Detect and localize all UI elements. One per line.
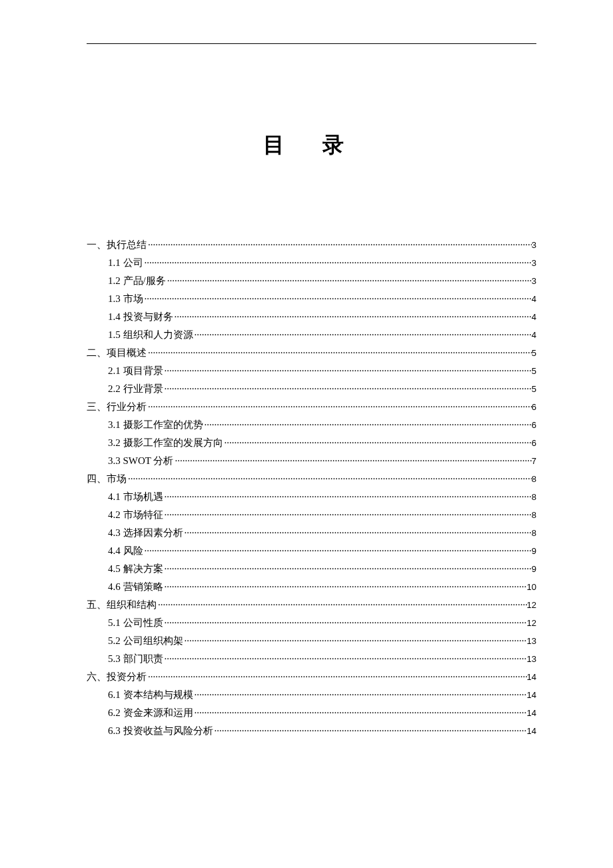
toc-leader-dots xyxy=(143,291,532,307)
toc-entry: 2.2 行业背景5 xyxy=(87,381,536,397)
toc-entry: 2.1 项目背景5 xyxy=(87,363,536,379)
toc-leader-dots xyxy=(183,525,532,541)
page-title: 目 录 xyxy=(87,131,536,160)
toc-leader-dots xyxy=(163,651,527,667)
toc-label: 3.2 摄影工作室的发展方向 xyxy=(108,435,223,451)
toc-label: 5.3 部门职责 xyxy=(108,651,163,667)
toc-leader-dots xyxy=(147,399,532,415)
toc-label: 2.2 行业背景 xyxy=(108,381,163,397)
toc-label: 4.4 风险 xyxy=(108,543,143,559)
toc-label: 6.2 资金来源和运用 xyxy=(108,705,193,721)
toc-entry: 4.5 解决方案9 xyxy=(87,561,536,577)
toc-entry: 1.3 市场4 xyxy=(87,291,536,307)
toc-page-number: 9 xyxy=(532,545,536,559)
toc-page-number: 7 xyxy=(532,455,536,469)
toc-entry: 六、投资分析14 xyxy=(87,669,536,685)
toc-entry: 1.1 公司3 xyxy=(87,255,536,271)
toc-label: 1.1 公司 xyxy=(108,255,143,271)
toc-entry: 一、执行总结3 xyxy=(87,237,536,253)
toc-entry: 6.2 资金来源和运用14 xyxy=(87,705,536,721)
toc-label: 1.3 市场 xyxy=(108,291,143,307)
toc-leader-dots xyxy=(147,669,527,685)
toc-leader-dots xyxy=(163,489,532,505)
toc-leader-dots xyxy=(163,507,532,523)
toc-label: 4.5 解决方案 xyxy=(108,561,163,577)
toc-entry: 5.1 公司性质12 xyxy=(87,615,536,631)
toc-page-number: 14 xyxy=(527,725,536,739)
toc-page-number: 4 xyxy=(532,329,536,343)
toc-entry: 4.1 市场机遇8 xyxy=(87,489,536,505)
toc-page-number: 10 xyxy=(527,581,536,595)
header-rule xyxy=(87,43,536,44)
toc-label: 3.1 摄影工作室的优势 xyxy=(108,417,203,433)
toc-label: 一、执行总结 xyxy=(87,237,147,253)
toc-label: 二、项目概述 xyxy=(87,345,147,361)
toc-label: 5.2 公司组织构架 xyxy=(108,633,183,649)
toc-page-number: 14 xyxy=(527,671,536,685)
toc-label: 1.2 产品/服务 xyxy=(108,273,166,289)
toc-page-number: 8 xyxy=(532,473,536,487)
toc-entry: 五、组织和结构12 xyxy=(87,597,536,613)
toc-leader-dots xyxy=(163,363,532,379)
toc-page-number: 3 xyxy=(532,239,536,253)
table-of-contents: 一、执行总结31.1 公司31.2 产品/服务31.3 市场41.4 投资与财务… xyxy=(87,237,536,739)
toc-entry: 4.3 选择因素分析8 xyxy=(87,525,536,541)
toc-entry: 3.1 摄影工作室的优势6 xyxy=(87,417,536,433)
toc-label: 1.4 投资与财务 xyxy=(108,309,173,325)
toc-label: 五、组织和结构 xyxy=(87,597,157,613)
toc-page-number: 8 xyxy=(532,491,536,505)
toc-label: 5.1 公司性质 xyxy=(108,615,163,631)
toc-leader-dots xyxy=(163,381,532,397)
toc-page-number: 3 xyxy=(532,257,536,271)
toc-entry: 1.5 组织和人力资源4 xyxy=(87,327,536,343)
toc-page-number: 6 xyxy=(532,437,536,451)
toc-leader-dots xyxy=(143,255,532,271)
toc-entry: 1.2 产品/服务3 xyxy=(87,273,536,289)
toc-leader-dots xyxy=(193,327,532,343)
toc-page-number: 4 xyxy=(532,311,536,325)
toc-page-number: 5 xyxy=(532,383,536,397)
toc-entry: 4.4 风险9 xyxy=(87,543,536,559)
toc-entry: 5.2 公司组织构架13 xyxy=(87,633,536,649)
toc-leader-dots xyxy=(213,723,527,739)
toc-page-number: 6 xyxy=(532,419,536,433)
toc-page-number: 8 xyxy=(532,509,536,523)
toc-page-number: 6 xyxy=(532,401,536,415)
toc-entry: 3.2 摄影工作室的发展方向6 xyxy=(87,435,536,451)
toc-leader-dots xyxy=(163,579,527,595)
toc-entry: 4.2 市场特征8 xyxy=(87,507,536,523)
toc-entry: 5.3 部门职责13 xyxy=(87,651,536,667)
toc-label: 四、市场 xyxy=(87,471,127,487)
toc-entry: 6.3 投资收益与风险分析14 xyxy=(87,723,536,739)
toc-label: 4.2 市场特征 xyxy=(108,507,163,523)
toc-leader-dots xyxy=(203,417,532,433)
toc-page-number: 4 xyxy=(532,293,536,307)
toc-entry: 6.1 资本结构与规模14 xyxy=(87,687,536,703)
toc-page-number: 12 xyxy=(527,599,536,613)
toc-label: 三、行业分析 xyxy=(87,399,147,415)
toc-page-number: 5 xyxy=(532,347,536,361)
toc-leader-dots xyxy=(166,273,532,289)
toc-entry: 3.3 SWOT 分析7 xyxy=(87,453,536,469)
toc-leader-dots xyxy=(163,615,527,631)
toc-leader-dots xyxy=(157,597,527,613)
toc-page-number: 14 xyxy=(527,707,536,721)
toc-leader-dots xyxy=(223,435,532,451)
toc-page-number: 12 xyxy=(527,617,536,631)
toc-entry: 1.4 投资与财务4 xyxy=(87,309,536,325)
toc-leader-dots xyxy=(173,309,532,325)
toc-leader-dots xyxy=(143,543,532,559)
toc-page-number: 3 xyxy=(532,275,536,289)
toc-entry: 三、行业分析6 xyxy=(87,399,536,415)
toc-label: 6.3 投资收益与风险分析 xyxy=(108,723,213,739)
toc-entry: 二、项目概述5 xyxy=(87,345,536,361)
document-page: 目 录 一、执行总结31.1 公司31.2 产品/服务31.3 市场41.4 投… xyxy=(0,0,613,739)
toc-page-number: 9 xyxy=(532,563,536,577)
toc-label: 4.3 选择因素分析 xyxy=(108,525,183,541)
toc-entry: 四、市场8 xyxy=(87,471,536,487)
toc-label: 3.3 SWOT 分析 xyxy=(108,453,173,469)
toc-page-number: 13 xyxy=(527,635,536,649)
toc-page-number: 13 xyxy=(527,653,536,667)
toc-leader-dots xyxy=(147,237,532,253)
toc-leader-dots xyxy=(193,687,527,703)
